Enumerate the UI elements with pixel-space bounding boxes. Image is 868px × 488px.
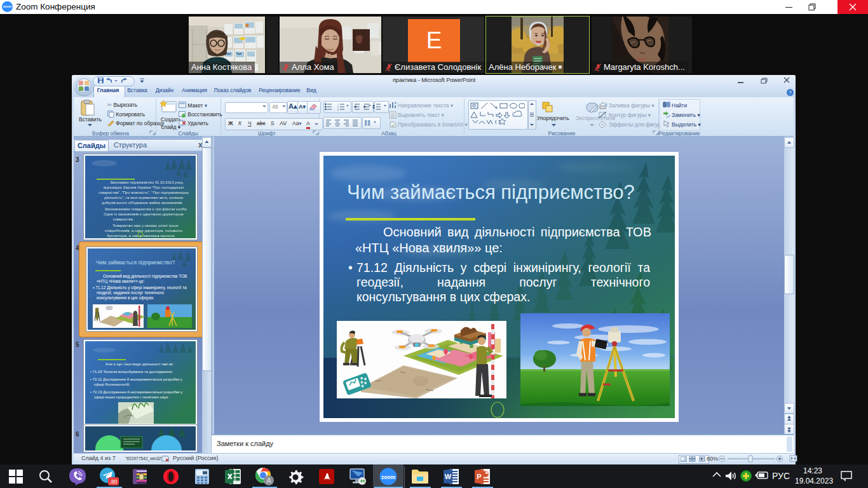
svg-text:консультування в цих сферах.: консультування в цих сферах. xyxy=(97,295,154,301)
svg-text:Засновниками товариства є три: Засновниками товариства є три фізичні ос… xyxy=(105,207,188,211)
svg-text:товариства", "Про власність",: товариства", "Про власність", "Про підпр… xyxy=(98,191,189,194)
svg-text:A: A xyxy=(267,477,271,484)
svg-text:P: P xyxy=(477,473,481,480)
svg-text:• 72.11 Дослідження й експерим: • 72.11 Дослідження й експериментальні р… xyxy=(90,377,182,381)
svg-text:zoom: zoom xyxy=(381,473,396,480)
svg-text:співробітників, а саме директо: співробітників, а саме директора, головн… xyxy=(105,229,183,233)
svg-text:Засновано підприємство 01.10.2: Засновано підприємство 01.10.2013 року, xyxy=(110,180,184,184)
svg-text:Товариство має у своєму штаті: Товариство має у своєму штаті трьох xyxy=(112,224,179,227)
svg-text:• 72.19 Дослідження й експерим: • 72.19 Дослідження й експериментальні р… xyxy=(90,390,182,394)
svg-text:«НТЦ «Нова хвиля»» це:: «НТЦ «Нова хвиля»» це: xyxy=(97,279,145,284)
svg-text:W: W xyxy=(445,473,452,480)
svg-text:3: 3 xyxy=(337,109,339,111)
svg-text:відповідно Законів України "Пр: відповідно Законів України "Про господар… xyxy=(104,186,184,189)
svg-text:• 71.12 Діяльність у сфері інж: • 71.12 Діяльність у сфері інжинірингу, … xyxy=(93,285,187,290)
svg-text:добровільного об'єднання майна: добровільного об'єднання майна засновник… xyxy=(102,201,183,205)
svg-text:сфері біотехнологій;: сфері біотехнологій; xyxy=(94,383,130,386)
svg-text:Чим займається підприємство?: Чим займається підприємство? xyxy=(96,259,175,266)
svg-text:Але є ще і інші види діяльност: Але є ще і інші види діяльності такі як: xyxy=(105,362,173,366)
svg-text:• 71.20 Технічні випробування: • 71.20 Технічні випробування та дослідж… xyxy=(90,370,173,374)
svg-text:Основний вид діяльності підпри: Основний вид діяльності підприємства ТОВ xyxy=(103,274,187,279)
svg-text:геодезії, надання по: геодезії, надання послуг технічного xyxy=(97,290,165,295)
svg-text:.80: .80 xyxy=(110,478,118,485)
svg-text:товариства.: товариства. xyxy=(112,217,133,221)
svg-text:Один із засновників є одночасн: Один із засновників є одночасно директор… xyxy=(104,212,183,216)
svg-text:діяльність", та інші нормативн: діяльність", та інші нормативні акти, шл… xyxy=(104,196,183,200)
svg-text:сфері інших природничих і техн: сфері інших природничих і технічних наук… xyxy=(94,395,169,399)
